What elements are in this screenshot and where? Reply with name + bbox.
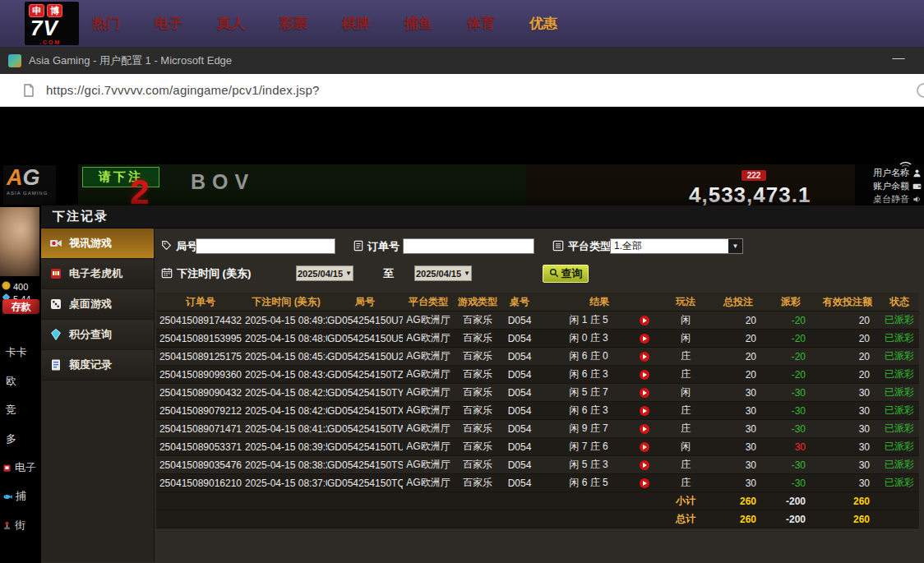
cell-game-type: 百家乐 <box>454 331 501 345</box>
ag-letter-a: A <box>7 165 23 190</box>
cell-order-id: 250415089035476 <box>156 459 245 471</box>
panel-menu-item[interactable]: 电子老虎机 <box>41 259 154 289</box>
url-text[interactable]: https://gci.7vvvvv.com/agingame/pcv1/ind… <box>46 83 320 97</box>
grand-total-valid-bet: 260 <box>815 514 880 525</box>
panel-menu-item[interactable]: 额度记录 <box>41 350 154 381</box>
cell-total-bet: 20 <box>710 333 766 344</box>
deposit-button[interactable]: 存款 <box>2 299 39 314</box>
table-header-cell: 游戏类型 <box>454 295 501 309</box>
cell-round-id: GD054254150TX <box>327 405 403 417</box>
cell-game-type: 百家乐 <box>454 385 501 399</box>
table-header-cell: 有效投注额 <box>815 295 880 309</box>
cell-platform-type: AG欧洲厅 <box>403 476 454 490</box>
cell-play-type: 闲 <box>661 331 710 345</box>
cell-table-no: D054 <box>501 423 538 435</box>
logo-sub-text: .COM <box>25 39 79 45</box>
speaker-icon <box>912 195 922 204</box>
query-button[interactable]: 查询 <box>543 265 589 283</box>
cell-play-type: 闲 <box>661 385 710 399</box>
replay-video-icon[interactable] <box>640 388 649 398</box>
platform-selected-value: 1.全部 <box>611 239 642 253</box>
diamond-icon <box>49 328 62 341</box>
ag-subtitle: ASIA GAMING <box>7 191 56 196</box>
cell-order-id: 250415089053371 <box>156 441 245 453</box>
cell-game-type: 百家乐 <box>454 404 501 418</box>
replay-video-icon[interactable] <box>640 370 649 380</box>
bov-watermark: BOV <box>191 170 255 194</box>
replay-video-icon[interactable] <box>640 478 649 488</box>
round-id-input[interactable] <box>196 238 335 254</box>
cell-game-type: 百家乐 <box>454 476 501 490</box>
cell-bet-time: 2025-04-15 08:43:43 <box>245 369 327 381</box>
panel-menu-item[interactable]: 积分查询 <box>41 320 154 350</box>
cell-table-no: D054 <box>501 459 538 471</box>
nav-item-5[interactable]: 棋牌 <box>342 14 370 33</box>
nav-item-7[interactable]: 体育 <box>467 14 495 33</box>
cell-status: 已派彩 <box>880 313 919 327</box>
cell-status: 已派彩 <box>880 440 919 454</box>
platform-type-select[interactable]: 1.全部 ▼ <box>610 238 743 254</box>
slot-mini-icon <box>2 464 12 473</box>
cell-result: 闲 6 庄 3 <box>538 367 661 381</box>
replay-video-icon[interactable] <box>640 334 649 344</box>
ledger-icon <box>49 358 62 371</box>
panel-menu-item[interactable]: 桌面游戏 <box>41 289 154 320</box>
cell-round-id: GD054254150U7 <box>327 315 403 326</box>
panel-menu-item[interactable]: 视讯游戏 <box>41 228 154 259</box>
cell-round-id: GD054254150TW <box>327 423 403 435</box>
sidebar-game-item[interactable]: 多 <box>2 431 16 446</box>
search-icon <box>549 268 559 280</box>
cell-play-type: 庄 <box>661 367 710 381</box>
date-range-to-label: 至 <box>383 266 394 281</box>
sidebar-game-item[interactable]: 捕 <box>2 489 26 504</box>
sidebar-game-item[interactable]: 竞 <box>2 403 16 418</box>
nav-item-2[interactable]: 电子 <box>155 14 182 33</box>
cell-order-id: 250415089071471 <box>156 423 245 435</box>
cell-result: 闲 0 庄 3 <box>538 331 661 345</box>
replay-video-icon[interactable] <box>640 406 649 416</box>
cell-order-id: 250415089016210 <box>156 478 245 489</box>
cell-round-id: GD054254150U5 <box>327 333 403 344</box>
cell-platform-type: AG欧洲厅 <box>403 367 454 381</box>
nav-item-6[interactable]: 捕鱼 <box>404 14 432 33</box>
cell-bet-time: 2025-04-15 08:45:45 <box>245 351 327 362</box>
sidebar-game-item[interactable]: 街 <box>2 518 25 533</box>
cell-platform-type: AG欧洲厅 <box>403 313 454 327</box>
nav-item-8[interactable]: 优惠 <box>529 14 557 33</box>
replay-video-icon[interactable] <box>640 316 649 325</box>
cell-status: 已派彩 <box>880 476 919 490</box>
cell-valid-bet: 20 <box>815 333 880 344</box>
replay-video-icon[interactable] <box>640 352 649 362</box>
order-id-label: 订单号 <box>353 239 400 254</box>
cell-valid-bet: 20 <box>815 369 880 381</box>
nav-item-1[interactable]: 热门 <box>92 14 120 33</box>
table-header-cell: 状态 <box>880 295 919 309</box>
document-icon <box>353 240 363 254</box>
grand-total-row: 总计 260 -200 260 <box>156 510 919 528</box>
cell-bet-time: 2025-04-15 08:39:56 <box>245 441 327 453</box>
refresh-icon[interactable] <box>917 83 924 98</box>
wallet-icon <box>912 182 922 191</box>
cell-status: 已派彩 <box>880 367 919 381</box>
cell-order-id: 250415089125175 <box>156 351 245 362</box>
replay-video-icon[interactable] <box>640 460 649 470</box>
nav-item-4[interactable]: 彩票 <box>280 14 307 33</box>
date-from-select[interactable]: 2025/04/15▼ <box>296 265 353 281</box>
cell-play-type: 庄 <box>661 476 710 490</box>
cell-bet-time: 2025-04-15 08:49:38 <box>245 315 327 326</box>
replay-video-icon[interactable] <box>640 424 649 434</box>
replay-video-icon[interactable] <box>640 442 649 452</box>
minimize-button[interactable]: — <box>885 50 912 71</box>
sidebar-game-item[interactable]: 电子 <box>2 460 36 475</box>
sidebar-game-item[interactable]: 欧 <box>2 374 16 389</box>
order-id-input[interactable] <box>403 238 534 254</box>
site-logo[interactable]: 申 博 7V .COM <box>25 2 79 45</box>
user-avatar <box>0 207 39 276</box>
table-header-cell: 派彩 <box>766 295 815 309</box>
sidebar-game-item[interactable]: 卡卡 <box>2 345 27 360</box>
cell-play-type: 闲 <box>661 440 710 454</box>
table-header-cell: 下注时间 (美东) <box>245 295 327 309</box>
date-to-select[interactable]: 2025/04/15▼ <box>414 265 472 281</box>
cell-status: 已派彩 <box>880 385 919 399</box>
nav-item-3[interactable]: 真人 <box>217 14 245 33</box>
